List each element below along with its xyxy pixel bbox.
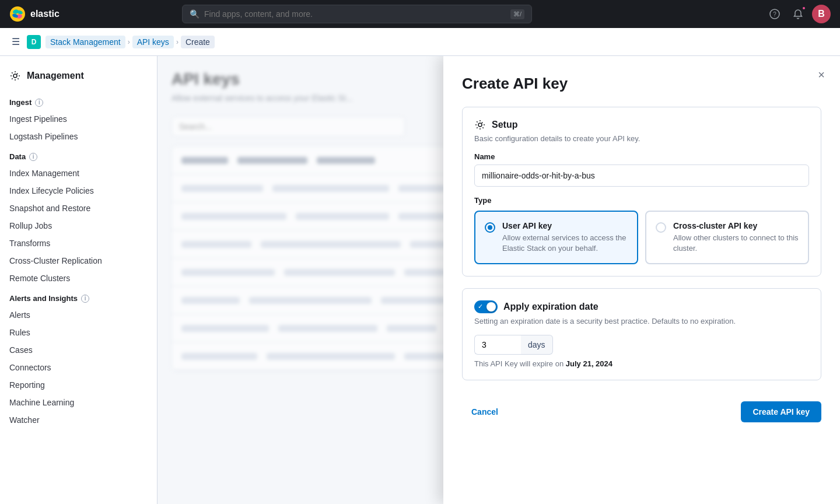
cross-cluster-title: Cross-cluster API key (673, 221, 799, 230)
days-input[interactable] (474, 335, 521, 355)
svg-point-0 (10, 6, 25, 22)
sidebar-item-reporting[interactable]: Reporting (0, 376, 157, 394)
sidebar-item-index-management[interactable]: Index Management (0, 164, 157, 182)
sidebar-item-connectors[interactable]: Connectors (0, 359, 157, 376)
help-icon: ? (769, 9, 780, 19)
sidebar-item-remote-clusters[interactable]: Remote Clusters (0, 270, 157, 287)
sidebar-section-data: Data i (0, 145, 157, 164)
breadcrumb-sep-2: › (176, 38, 178, 46)
sidebar-item-cases[interactable]: Cases (0, 341, 157, 359)
main-layout: Management Ingest i Ingest Pipelines Log… (0, 56, 840, 504)
global-search-bar[interactable]: 🔍 ⌘/ (182, 5, 532, 23)
expiry-date: July 21, 2024 (566, 359, 612, 368)
alerts-info-icon[interactable]: i (81, 295, 89, 303)
days-unit-label: days (521, 335, 553, 355)
radio-dot (488, 225, 492, 230)
user-api-key-content: User API key Allow external services to … (502, 221, 628, 254)
cancel-button[interactable]: Cancel (462, 402, 508, 421)
setup-subtitle: Basic configuration details to create yo… (474, 134, 809, 143)
radio-cross-cluster (656, 222, 666, 233)
sidebar-title: Management (27, 71, 84, 81)
sidebar-section-ingest: Ingest i (0, 91, 157, 110)
search-input[interactable] (204, 9, 506, 19)
toggle-knob (487, 302, 496, 312)
expiration-toggle[interactable]: ✓ (474, 300, 498, 313)
sidebar-item-ingest-pipelines[interactable]: Ingest Pipelines (0, 110, 157, 128)
breadcrumb-bar: ☰ D Stack Management › API keys › Create (0, 28, 840, 56)
bell-icon (793, 9, 803, 19)
modal-overlay: × Create API key Setup Basic configurati… (158, 56, 840, 504)
data-info-icon[interactable]: i (29, 153, 37, 161)
sidebar-item-snapshot-restore[interactable]: Snapshot and Restore (0, 200, 157, 217)
expiration-subtitle: Setting an expiration date is a security… (474, 317, 809, 326)
sidebar-item-alerts[interactable]: Alerts (0, 306, 157, 324)
sidebar-toggle-button[interactable]: ☰ (9, 34, 22, 50)
expiration-header: ✓ Apply expiration date (474, 300, 809, 313)
elastic-logo: elastic (9, 6, 62, 22)
user-api-key-title: User API key (502, 221, 628, 230)
user-api-key-desc: Allow external services to access the El… (502, 233, 628, 254)
search-icon: 🔍 (190, 9, 200, 19)
radio-user-api-key (485, 222, 495, 233)
nav-icons: ? B (765, 5, 831, 23)
ingest-info-icon[interactable]: i (35, 99, 43, 107)
cross-cluster-desc: Allow other clusters to connect to this … (673, 233, 799, 254)
breadcrumb: Stack Management › API keys › Create (46, 36, 215, 48)
search-shortcut: ⌘/ (510, 9, 524, 19)
breadcrumb-sep-1: › (128, 38, 130, 46)
sidebar-section-alerts: Alerts and Insights i (0, 287, 157, 306)
sidebar-item-cross-cluster-replication[interactable]: Cross-Cluster Replication (0, 252, 157, 270)
sidebar: Management Ingest i Ingest Pipelines Log… (0, 56, 158, 504)
breadcrumb-api-keys[interactable]: API keys (132, 36, 174, 48)
api-key-name-input[interactable] (474, 164, 809, 187)
create-api-key-modal: × Create API key Setup Basic configurati… (443, 56, 840, 504)
type-options: User API key Allow external services to … (474, 211, 809, 264)
notifications-button[interactable] (789, 5, 807, 23)
notification-badge (802, 6, 806, 10)
sidebar-item-transforms[interactable]: Transforms (0, 235, 157, 252)
svg-point-7 (13, 74, 17, 78)
sidebar-item-rules[interactable]: Rules (0, 324, 157, 341)
sidebar-item-index-lifecycle-policies[interactable]: Index Lifecycle Policies (0, 182, 157, 200)
elastic-logo-icon (9, 6, 26, 22)
sidebar-item-rollup-jobs[interactable]: Rollup Jobs (0, 217, 157, 235)
create-api-key-button[interactable]: Create API key (741, 401, 821, 422)
setup-gear-icon (474, 119, 486, 131)
type-option-user-api-key[interactable]: User API key Allow external services to … (474, 211, 638, 264)
type-option-cross-cluster[interactable]: Cross-cluster API key Allow other cluste… (645, 211, 809, 264)
top-nav: elastic 🔍 ⌘/ ? B (0, 0, 840, 28)
toggle-check-icon: ✓ (478, 303, 483, 310)
content-area: API keys Allow external services to acce… (158, 56, 840, 504)
help-button[interactable]: ? (765, 5, 784, 23)
modal-title: Create API key (462, 75, 821, 93)
app-icon: D (27, 35, 41, 49)
setup-header: Setup (474, 119, 809, 131)
type-label: Type (474, 196, 809, 205)
breadcrumb-create: Create (181, 36, 215, 48)
modal-close-button[interactable]: × (812, 65, 831, 84)
name-field-label: Name (474, 152, 809, 161)
cross-cluster-content: Cross-cluster API key Allow other cluste… (673, 221, 799, 254)
breadcrumb-stack-management[interactable]: Stack Management (46, 36, 125, 48)
expiry-note: This API Key will expire on July 21, 202… (474, 359, 809, 368)
days-input-row: days (474, 335, 809, 355)
setup-card: Setup Basic configuration details to cre… (462, 107, 821, 276)
sidebar-item-machine-learning[interactable]: Machine Learning (0, 394, 157, 411)
svg-text:?: ? (773, 11, 776, 18)
expiration-card: ✓ Apply expiration date Setting an expir… (462, 288, 821, 380)
management-gear-icon (9, 70, 21, 82)
svg-point-8 (478, 123, 482, 127)
sidebar-item-logstash-pipelines[interactable]: Logstash Pipelines (0, 128, 157, 145)
sidebar-header: Management (0, 65, 157, 91)
sidebar-item-watcher[interactable]: Watcher (0, 411, 157, 429)
setup-title: Setup (492, 120, 517, 130)
user-avatar-button[interactable]: B (812, 5, 831, 23)
expiration-title: Apply expiration date (503, 302, 598, 312)
modal-footer: Cancel Create API key (462, 392, 821, 422)
